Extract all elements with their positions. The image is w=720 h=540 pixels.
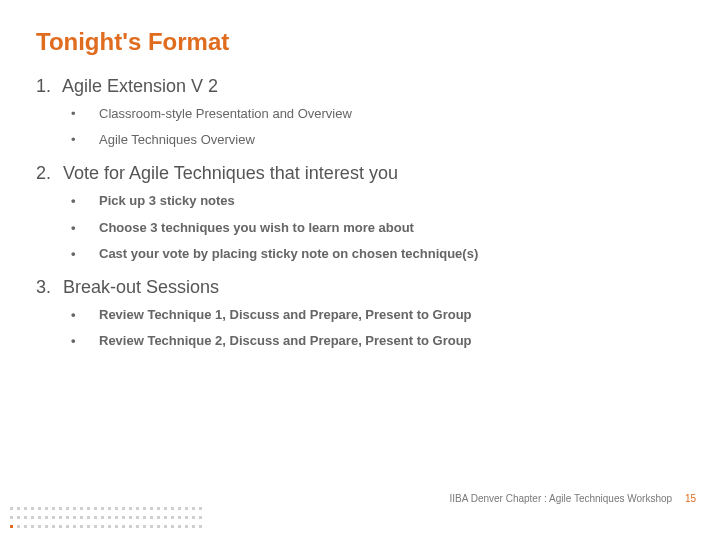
decorative-dot-grid: [8, 505, 204, 532]
footer-text: IIBA Denver Chapter : Agile Techniques W…: [450, 493, 673, 504]
slide: Tonight's Format 1. Agile Extension V 2 …: [0, 0, 720, 540]
section-3: 3. Break-out Sessions Review Technique 1…: [36, 277, 684, 350]
section-2: 2. Vote for Agile Techniques that intere…: [36, 163, 684, 263]
slide-title: Tonight's Format: [36, 28, 684, 56]
section-1-bullets: Classroom-style Presentation and Overvie…: [36, 105, 684, 149]
section-1-number: 1.: [36, 76, 58, 97]
section-3-heading: 3. Break-out Sessions: [36, 277, 684, 298]
list-item: Choose 3 techniques you wish to learn mo…: [71, 219, 684, 237]
section-3-number: 3.: [36, 277, 58, 298]
list-item: Agile Techniques Overview: [71, 131, 684, 149]
section-1: 1. Agile Extension V 2 Classroom-style P…: [36, 76, 684, 149]
list-item: Pick up 3 sticky notes: [71, 192, 684, 210]
list-item: Cast your vote by placing sticky note on…: [71, 245, 684, 263]
list-item: Classroom-style Presentation and Overvie…: [71, 105, 684, 123]
list-item: Review Technique 2, Discuss and Prepare,…: [71, 332, 684, 350]
section-2-title: Vote for Agile Techniques that interest …: [63, 163, 398, 183]
slide-footer: IIBA Denver Chapter : Agile Techniques W…: [450, 493, 696, 504]
section-2-number: 2.: [36, 163, 58, 184]
section-2-heading: 2. Vote for Agile Techniques that intere…: [36, 163, 684, 184]
section-2-bullets: Pick up 3 sticky notes Choose 3 techniqu…: [36, 192, 684, 263]
section-1-title: Agile Extension V 2: [62, 76, 218, 96]
section-1-heading: 1. Agile Extension V 2: [36, 76, 684, 97]
list-item: Review Technique 1, Discuss and Prepare,…: [71, 306, 684, 324]
section-3-title: Break-out Sessions: [63, 277, 219, 297]
page-number: 15: [685, 493, 696, 504]
section-3-bullets: Review Technique 1, Discuss and Prepare,…: [36, 306, 684, 350]
